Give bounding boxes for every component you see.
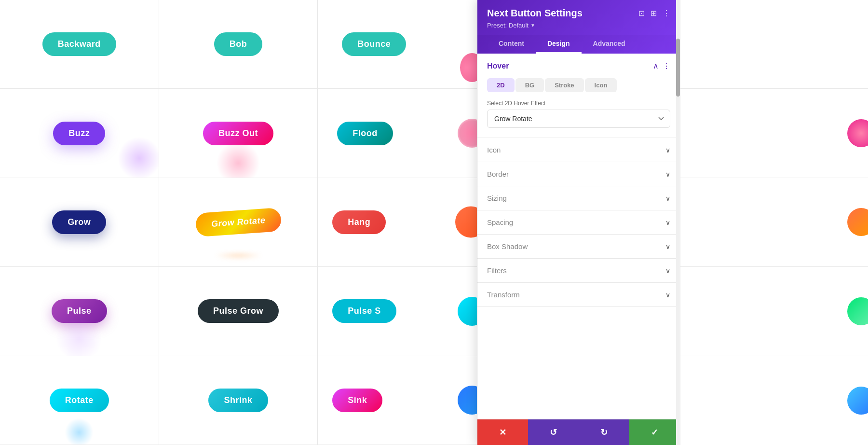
icon-section[interactable]: Icon ∨	[477, 138, 680, 162]
box-shadow-section-label: Box Shadow	[487, 242, 528, 250]
split-icon[interactable]: ⊞	[651, 9, 657, 18]
rotate-button[interactable]: Rotate	[50, 389, 109, 412]
grid-cell-hang: Hang	[318, 178, 477, 267]
panel-body: Hover ∧ ⋮ 2D BG Stroke Icon Select 2D Ho…	[477, 54, 680, 419]
buzz-button[interactable]: Buzz	[53, 122, 105, 145]
hang-button[interactable]: Hang	[332, 210, 386, 234]
grid-cell-rotate: Rotate	[0, 356, 159, 445]
hover-section-icons: ∧ ⋮	[653, 61, 670, 70]
hover-section-header[interactable]: Hover ∧ ⋮	[477, 54, 680, 78]
screenshot-icon[interactable]: ⊡	[638, 9, 645, 18]
panel-title: Next Button Settings	[487, 8, 583, 19]
sub-tabs: 2D BG Stroke Icon	[477, 78, 680, 100]
icon-section-label: Icon	[487, 146, 501, 154]
sub-tab-stroke[interactable]: Stroke	[545, 78, 583, 92]
box-shadow-section[interactable]: Box Shadow ∨	[477, 235, 680, 259]
pulse-s-button[interactable]: Pulse S	[332, 299, 396, 323]
grid-cell-grow: Grow	[0, 178, 159, 267]
grid-cell-bob: Bob	[159, 0, 318, 89]
filters-section[interactable]: Filters ∨	[477, 259, 680, 283]
pulse-grow-button[interactable]: Pulse Grow	[198, 299, 279, 323]
teal-swatch	[847, 297, 868, 325]
grow-rotate-button[interactable]: Grow Rotate	[195, 208, 282, 237]
panel-title-icons: ⊡ ⊞ ⋮	[638, 9, 670, 18]
select-label: Select 2D Hover Effect	[487, 100, 670, 107]
sink-button[interactable]: Sink	[332, 389, 382, 412]
right-row-2	[680, 89, 868, 178]
filters-chevron: ∨	[665, 267, 670, 275]
button-grid: Backward Bob Bounce Buzz Buzz Out Flood …	[0, 0, 477, 445]
save-button[interactable]: ✓	[629, 419, 680, 445]
flood-button[interactable]: Flood	[337, 122, 393, 145]
right-row-5	[680, 356, 868, 445]
panel-footer: ✕ ↺ ↻ ✓	[477, 419, 680, 445]
spacing-section-label: Spacing	[487, 218, 513, 226]
bounce-button[interactable]: Bounce	[342, 32, 406, 56]
panel-tabs: Content Design Advanced	[477, 35, 680, 54]
transform-section[interactable]: Transform ∨	[477, 283, 680, 307]
bob-button[interactable]: Bob	[214, 32, 263, 56]
sub-tab-bg[interactable]: BG	[515, 78, 544, 92]
grid-cell-grow-rotate: Grow Rotate	[159, 178, 318, 267]
grid-cell-shrink: Shrink	[159, 356, 318, 445]
tab-content[interactable]: Content	[487, 35, 536, 54]
spacing-section[interactable]: Spacing ∨	[477, 210, 680, 235]
grid-cell-pulse: Pulse	[0, 267, 159, 356]
grid-cell-buzz: Buzz	[0, 89, 159, 178]
cancel-button[interactable]: ✕	[477, 419, 528, 445]
panel-preset[interactable]: Preset: Default ▼	[487, 22, 670, 29]
select-field-group: Select 2D Hover Effect Grow Rotate None …	[477, 100, 680, 138]
grid-cell-bounce: Bounce	[318, 0, 477, 89]
tab-advanced[interactable]: Advanced	[582, 35, 637, 54]
border-section[interactable]: Border ∨	[477, 162, 680, 186]
grid-cell-buzz-out: Buzz Out	[159, 89, 318, 178]
grid-cell-pulse-grow: Pulse Grow	[159, 267, 318, 356]
scrollbar-thumb[interactable]	[676, 39, 680, 97]
hover-menu-icon[interactable]: ∧	[653, 61, 659, 70]
grid-cell-flood: Flood	[318, 89, 477, 178]
icon-chevron: ∨	[665, 146, 670, 154]
buzz-out-button[interactable]: Buzz Out	[203, 122, 273, 145]
settings-panel: Next Button Settings ⊡ ⊞ ⋮ Preset: Defau…	[477, 0, 680, 445]
preset-label: Preset: Default	[487, 22, 529, 29]
panel-header: Next Button Settings ⊡ ⊞ ⋮ Preset: Defau…	[477, 0, 680, 35]
more-icon[interactable]: ⋮	[663, 9, 670, 18]
right-row-3	[680, 178, 868, 267]
right-row-4	[680, 267, 868, 356]
grid-cell-sink: Sink	[318, 356, 477, 445]
sizing-section[interactable]: Sizing ∨	[477, 186, 680, 210]
transform-section-label: Transform	[487, 291, 520, 299]
box-shadow-chevron: ∨	[665, 243, 670, 250]
orange-swatch	[847, 208, 868, 236]
shrink-button[interactable]: Shrink	[208, 389, 268, 412]
grid-cell-backward: Backward	[0, 0, 159, 89]
redo-button[interactable]: ↻	[579, 419, 629, 445]
sub-tab-2d[interactable]: 2D	[487, 78, 515, 92]
border-section-label: Border	[487, 170, 509, 178]
filters-section-label: Filters	[487, 266, 507, 275]
hover-effect-select[interactable]: Grow Rotate None Grow Shrink Pulse Pulse…	[487, 110, 670, 128]
panel-title-row: Next Button Settings ⊡ ⊞ ⋮	[487, 8, 670, 19]
tab-design[interactable]: Design	[536, 35, 582, 54]
blue-swatch	[847, 387, 868, 415]
hover-more-icon[interactable]: ⋮	[663, 61, 670, 70]
backward-button[interactable]: Backward	[42, 32, 116, 56]
hover-section-title: Hover	[487, 62, 509, 70]
right-panel	[680, 0, 868, 445]
scrollbar-track	[676, 0, 680, 445]
transform-chevron: ∨	[665, 291, 670, 299]
spacing-chevron: ∨	[665, 219, 670, 226]
sizing-section-label: Sizing	[487, 194, 507, 202]
grid-cell-pulse-s: Pulse S	[318, 267, 477, 356]
undo-button[interactable]: ↺	[528, 419, 579, 445]
sub-tab-icon[interactable]: Icon	[585, 78, 617, 92]
right-row-1	[680, 0, 868, 89]
grow-button[interactable]: Grow	[52, 210, 106, 234]
preset-arrow: ▼	[530, 23, 535, 28]
hover-section: Hover ∧ ⋮ 2D BG Stroke Icon Select 2D Ho…	[477, 54, 680, 138]
pink-swatch	[847, 119, 868, 147]
sizing-chevron: ∨	[665, 195, 670, 202]
border-chevron: ∨	[665, 170, 670, 178]
